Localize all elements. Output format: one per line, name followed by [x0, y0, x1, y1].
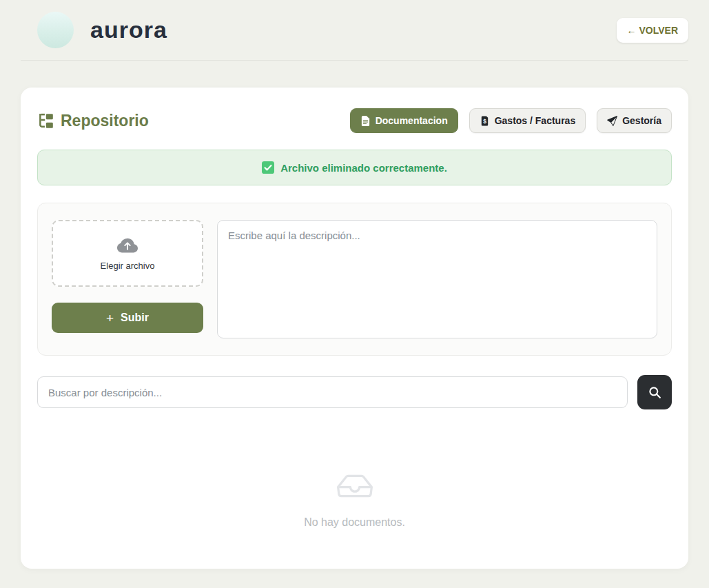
- search-bar: [37, 375, 672, 409]
- send-icon: [607, 116, 617, 126]
- tab-label: Gestoría: [622, 115, 661, 126]
- success-alert: Archivo eliminado correctamente.: [37, 150, 672, 185]
- page-title: Repositorio: [37, 112, 149, 130]
- empty-state: No hay documentos.: [37, 468, 672, 529]
- inbox-icon: [337, 468, 373, 504]
- svg-text:$: $: [483, 118, 486, 125]
- tab-group: Documentacion $ Gastos / Facturas Gestor…: [350, 108, 672, 133]
- upload-submit-button[interactable]: + Subir: [52, 303, 203, 333]
- header-container: aurora ← VOLVER: [21, 0, 688, 61]
- file-dropzone[interactable]: Elegir archivo: [52, 220, 203, 287]
- file-text-icon: [360, 116, 371, 126]
- tab-label: Documentacion: [376, 115, 448, 126]
- search-button[interactable]: [637, 375, 672, 409]
- alert-message: Archivo eliminado correctamente.: [280, 162, 447, 174]
- dropzone-label: Elegir archivo: [101, 261, 155, 271]
- repository-card: Repositorio Documentacion $: [21, 88, 688, 569]
- search-input[interactable]: [37, 376, 628, 408]
- empty-message: No hay documentos.: [304, 516, 405, 529]
- receipt-icon: $: [480, 116, 490, 126]
- plus-icon: +: [106, 312, 114, 325]
- search-icon: [648, 386, 661, 399]
- upload-panel: Elegir archivo + Subir: [37, 203, 672, 356]
- app-header: aurora ← VOLVER: [21, 0, 688, 61]
- tab-gestoria[interactable]: Gestoría: [597, 108, 672, 133]
- cloud-upload-icon: [117, 236, 138, 256]
- back-button[interactable]: ← VOLVER: [617, 18, 688, 43]
- tab-gastos-facturas[interactable]: $ Gastos / Facturas: [469, 108, 586, 133]
- tab-label: Gastos / Facturas: [495, 115, 576, 126]
- brand-name: aurora: [90, 17, 167, 43]
- tab-documentacion[interactable]: Documentacion: [350, 108, 458, 133]
- brand: aurora: [37, 12, 167, 48]
- description-textarea[interactable]: [217, 220, 657, 338]
- check-square-icon: [262, 161, 274, 174]
- upload-controls: Elegir archivo + Subir: [52, 220, 203, 338]
- folder-tree-icon: [37, 112, 54, 130]
- aurora-logo-icon: [37, 12, 74, 48]
- card-header: Repositorio Documentacion $: [37, 108, 672, 133]
- page-title-label: Repositorio: [61, 112, 149, 130]
- upload-submit-label: Subir: [121, 312, 149, 324]
